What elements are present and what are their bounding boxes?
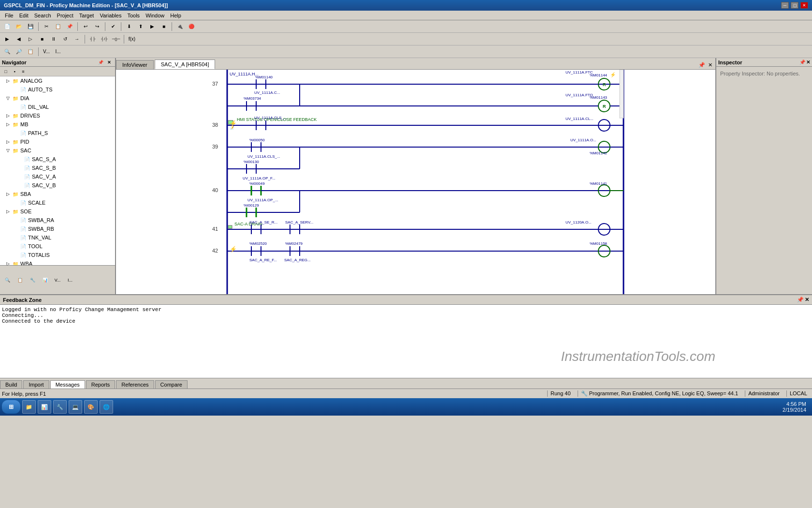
save-btn[interactable]: 💾 — [25, 21, 36, 32]
taskbar-app-5[interactable]: 🎨 — [84, 400, 98, 414]
nav-bottom-btn6[interactable]: I... — [65, 275, 75, 285]
menu-target[interactable]: Target — [76, 12, 97, 19]
tb2-btn2[interactable]: ◀ — [14, 34, 24, 45]
tab-compare[interactable]: Compare — [155, 380, 188, 388]
tb2-btn3[interactable]: ▷ — [25, 34, 36, 45]
tab-reports[interactable]: Reports — [86, 380, 116, 388]
menu-project[interactable]: Project — [54, 12, 76, 19]
expander-mb[interactable]: ▷ — [4, 120, 12, 128]
tree-item-analog[interactable]: ▷ 📁 ANALOG — [0, 76, 115, 85]
paste-btn[interactable]: 📌 — [64, 21, 75, 32]
tree-item-totalis[interactable]: 📄 TOTALIS — [0, 251, 115, 259]
nav-close-btn[interactable]: ✕ — [105, 59, 113, 66]
tree-item-sac_v_b[interactable]: 📄 SAC_V_B — [0, 181, 115, 190]
tree-item-sac[interactable]: ▽ 📁 SAC — [0, 146, 115, 155]
tb2-btn5[interactable]: ⏸ — [48, 34, 59, 45]
run-btn[interactable]: ▶ — [147, 21, 158, 32]
menu-edit[interactable]: Edit — [16, 12, 31, 19]
tree-item-pid[interactable]: ▷ 📁 PID — [0, 137, 115, 146]
redo-btn[interactable]: ↪ — [92, 21, 102, 32]
tab-sac_v_a[interactable]: SAC_V_A [HBR504] — [155, 60, 216, 69]
tb3-btn2[interactable]: 🔎 — [14, 46, 24, 57]
tab-pin-btn[interactable]: 📌 — [697, 61, 706, 69]
restore-button[interactable]: ◻ — [791, 2, 798, 9]
expander-soe[interactable]: ▷ — [4, 208, 12, 215]
close-button[interactable]: ✕ — [800, 2, 808, 9]
tree-item-dia[interactable]: ▽ 📁 DIA — [0, 94, 115, 103]
tab-build[interactable]: Build — [0, 380, 22, 388]
menu-window[interactable]: Window — [143, 12, 167, 19]
tree-item-soe[interactable]: ▷ 📁 SOE — [0, 207, 115, 216]
tree-item-sac_v_a[interactable]: 📄 SAC_V_A — [0, 172, 115, 181]
validate-btn[interactable]: ✔ — [108, 21, 118, 32]
tree-item-sac_s_a[interactable]: 📄 SAC_S_A — [0, 155, 115, 164]
contact-nc-btn[interactable]: ┤/├ — [99, 34, 110, 45]
inspector-close-btn[interactable]: ✕ — [806, 60, 810, 65]
taskbar-app-1[interactable]: 📁 — [22, 400, 36, 414]
cut-btn[interactable]: ✂ — [41, 21, 52, 32]
nav-tb-btn2[interactable]: ▪ — [11, 68, 18, 75]
tab-messages[interactable]: Messages — [50, 380, 85, 388]
expander-analog[interactable]: ▷ — [4, 77, 12, 85]
tab-infoviewer[interactable]: InfoViewer — [116, 60, 154, 69]
tree-item-tool[interactable]: 📄 TOOL — [0, 242, 115, 251]
tb2-btn1[interactable]: ▶ — [2, 34, 13, 45]
tree-item-dil_val[interactable]: 📄 DIL_VAL — [0, 103, 115, 111]
expander-dia[interactable]: ▽ — [4, 94, 12, 102]
tree-item-sac_s_b[interactable]: 📄 SAC_S_B — [0, 164, 115, 172]
undo-btn[interactable]: ↩ — [80, 21, 91, 32]
expander-wba[interactable]: ▷ — [4, 260, 12, 265]
menu-search[interactable]: Search — [31, 12, 54, 19]
tb3-btn1[interactable]: 🔍 — [2, 46, 13, 57]
stop-btn[interactable]: ■ — [159, 21, 169, 32]
expander-sba[interactable]: ▷ — [4, 190, 12, 198]
expander-pid[interactable]: ▷ — [4, 138, 12, 146]
copy-btn[interactable]: 📋 — [53, 21, 63, 32]
tree-item-swba_ra[interactable]: 📄 SWBA_RA — [0, 216, 115, 224]
info-btn[interactable]: I... — [53, 46, 63, 57]
tree-item-auto_ts[interactable]: 📄 AUTO_TS — [0, 85, 115, 94]
menu-file[interactable]: File — [2, 12, 16, 19]
menu-variables[interactable]: Variables — [97, 12, 124, 19]
tree-item-mb[interactable]: ▷ 📁 MB — [0, 120, 115, 129]
contact-no-btn[interactable]: ┤├ — [87, 34, 98, 45]
tree-item-tnk_val[interactable]: 📄 TNK_VAL — [0, 233, 115, 242]
expander-drives[interactable]: ▷ — [4, 112, 12, 120]
tree-item-swba_rb[interactable]: 📄 SWBA_RB — [0, 224, 115, 233]
tree-item-wba[interactable]: ▷ 📁 WBA — [0, 259, 115, 265]
tb2-btn7[interactable]: → — [72, 34, 82, 45]
tb2-btn6[interactable]: ↺ — [60, 34, 71, 45]
taskbar-app-4[interactable]: 💻 — [69, 400, 82, 414]
tb3-btn3[interactable]: 📋 — [25, 46, 36, 57]
nav-bottom-btn1[interactable]: 🔍 — [2, 275, 13, 285]
ladder-diagram-area[interactable]: 37 UV_1111A.H... %M01140 UV_1111A.C... — [116, 70, 715, 294]
window-controls[interactable]: ─ ◻ ✕ — [781, 2, 808, 9]
tree-item-path_s[interactable]: 📄 PATH_S — [0, 129, 115, 137]
online-btn[interactable]: 🔌 — [174, 21, 185, 32]
taskbar-app-6[interactable]: 🌐 — [100, 400, 113, 414]
offline-btn[interactable]: 🔴 — [186, 21, 197, 32]
new-btn[interactable]: 📄 — [2, 21, 13, 32]
tab-import[interactable]: Import — [23, 380, 49, 388]
taskbar-app-3[interactable]: 🔧 — [53, 400, 67, 414]
nav-pin-btn[interactable]: 📌 — [97, 59, 104, 66]
inspector-pin-btn[interactable]: 📌 — [799, 60, 805, 65]
nav-bottom-btn4[interactable]: 📊 — [40, 275, 50, 285]
tree-item-sba[interactable]: ▷ 📁 SBA — [0, 190, 115, 198]
menu-help[interactable]: Help — [167, 12, 184, 19]
open-btn[interactable]: 📂 — [14, 21, 24, 32]
nav-bottom-btn5[interactable]: V... — [52, 275, 63, 285]
minimize-button[interactable]: ─ — [781, 2, 789, 9]
view-btn[interactable]: V... — [41, 46, 52, 57]
download-btn[interactable]: ⬇ — [124, 21, 134, 32]
nav-bottom-btn2[interactable]: 📋 — [14, 275, 25, 285]
tab-close-btn[interactable]: ✕ — [707, 61, 713, 69]
tab-references[interactable]: References — [116, 380, 154, 388]
func-btn[interactable]: f(x) — [127, 34, 137, 45]
tree-item-drives[interactable]: ▷ 📁 DRIVES — [0, 111, 115, 120]
nav-bottom-btn3[interactable]: 🔧 — [27, 275, 38, 285]
feedback-close-btn[interactable]: ✕ — [805, 297, 809, 303]
coil-btn[interactable]: ─()─ — [111, 34, 121, 45]
menu-tools[interactable]: Tools — [124, 12, 143, 19]
nav-tb-btn1[interactable]: □ — [2, 68, 10, 75]
